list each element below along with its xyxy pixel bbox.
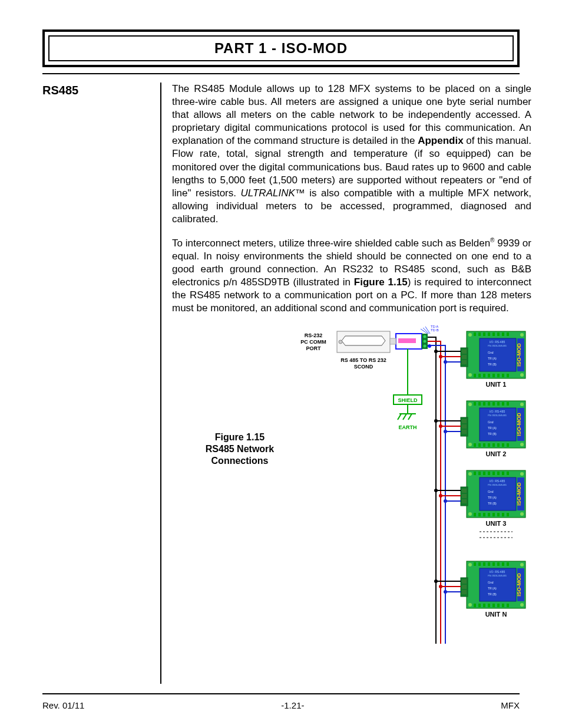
scond-label: SCOND	[354, 364, 373, 370]
svg-point-52	[439, 355, 442, 358]
figure-caption-line: Figure 1.15	[196, 431, 284, 443]
page-title: PART 1 - ISO-MOD	[48, 35, 514, 61]
body-column: The RS485 Module allows up to 128 MFX sy…	[160, 83, 531, 684]
figure-area: Figure 1.15 RS485 Network Connections I/…	[172, 325, 531, 646]
paragraph-2: To interconnect meters, utilize three-wi…	[172, 236, 531, 315]
text-italic-ultralink: ULTRALINK™	[241, 187, 305, 199]
margin-column: RS485	[42, 83, 160, 684]
svg-point-35	[424, 345, 427, 348]
paragraph-1: The RS485 Module allows up to 128 MFX sy…	[172, 83, 531, 226]
pc-comm-label: PORT	[306, 345, 321, 351]
svg-line-45	[408, 414, 412, 420]
footer-center: -1.21-	[281, 700, 304, 710]
svg-point-53	[444, 360, 447, 364]
unit-n	[461, 561, 525, 608]
text-bold-appendix: Appendix	[418, 135, 463, 146]
continuation-dashes	[480, 532, 513, 538]
pc-comm-label: PC COMM	[300, 339, 326, 345]
footer-left: Rev. 01/11	[42, 700, 84, 710]
unit-label: UNIT 1	[486, 381, 507, 388]
svg-rect-31	[398, 338, 416, 343]
svg-point-28	[339, 340, 342, 344]
unit-3	[461, 470, 525, 518]
unit-1	[461, 331, 525, 378]
figure-diagram: I/O: RS-485 P.N. D020-1049-001 Gnd TR (A…	[284, 325, 531, 646]
svg-point-74	[444, 590, 447, 594]
figure-caption-line: RS485 Network	[196, 443, 284, 455]
pc-comm-label: RS-232	[305, 332, 323, 338]
svg-point-58	[439, 424, 442, 428]
section-heading: RS485	[42, 84, 160, 97]
svg-point-64	[439, 494, 442, 498]
page: PART 1 - ISO-MOD RS485 The RS485 Module …	[0, 0, 562, 728]
svg-rect-37	[390, 338, 396, 344]
db9-connector-icon	[337, 331, 394, 353]
content-columns: RS485 The RS485 Module allows up to 128 …	[42, 83, 520, 684]
svg-point-51	[434, 350, 438, 353]
shield-label: SHIELD	[398, 397, 418, 403]
title-outer-border: PART 1 - ISO-MOD	[42, 29, 520, 67]
svg-point-34	[424, 340, 427, 343]
footer-right: MFX	[501, 700, 520, 710]
text-bold-figref: Figure 1.15	[354, 276, 408, 288]
svg-point-63	[434, 489, 438, 492]
svg-point-33	[424, 335, 427, 338]
text-run: To interconnect meters, utilize three-wi…	[172, 238, 490, 249]
unit-label: UNIT 3	[486, 520, 507, 527]
unit-label: UNIT 2	[486, 450, 507, 457]
earth-label: EARTH	[399, 424, 417, 430]
divider	[42, 73, 520, 74]
body-text: The RS485 Module allows up to 128 MFX sy…	[172, 83, 531, 315]
svg-point-72	[434, 579, 438, 583]
svg-line-44	[403, 414, 406, 420]
figure-caption: Figure 1.15 RS485 Network Connections	[172, 325, 284, 646]
rs485-diagram-svg: I/O: RS-485 P.N. D020-1049-001 Gnd TR (A…	[284, 325, 531, 644]
scond-pinlabel: TD B	[431, 328, 439, 332]
unit-2	[461, 401, 525, 448]
svg-line-43	[398, 414, 401, 420]
page-footer: Rev. 01/11 -1.21- MFX	[42, 693, 520, 710]
svg-point-59	[444, 430, 447, 433]
svg-point-65	[444, 499, 447, 503]
scond-converter-icon	[396, 334, 431, 349]
figure-caption-line: Connections	[196, 455, 284, 467]
unit-label: UNIT N	[485, 611, 507, 618]
scond-label: RS 485 TO RS 232	[340, 357, 386, 363]
svg-point-57	[434, 419, 438, 423]
earth-icon	[398, 414, 416, 420]
svg-point-73	[439, 585, 442, 588]
